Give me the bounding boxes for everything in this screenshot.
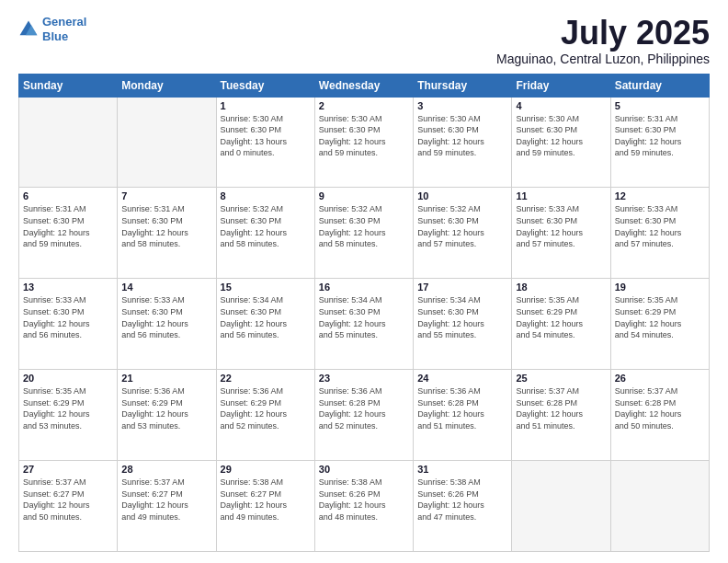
calendar-cell: 3Sunrise: 5:30 AM Sunset: 6:30 PM Daylig… <box>414 97 512 188</box>
day-info: Sunrise: 5:35 AM Sunset: 6:29 PM Dayligh… <box>516 294 606 340</box>
day-number: 11 <box>516 190 606 201</box>
day-info: Sunrise: 5:36 AM Sunset: 6:28 PM Dayligh… <box>319 385 409 431</box>
day-number: 31 <box>417 464 507 475</box>
day-number: 22 <box>221 373 311 384</box>
day-number: 13 <box>23 282 113 293</box>
day-info: Sunrise: 5:30 AM Sunset: 6:30 PM Dayligh… <box>516 113 606 159</box>
calendar-cell: 26Sunrise: 5:37 AM Sunset: 6:28 PM Dayli… <box>610 370 709 461</box>
day-number: 18 <box>516 282 606 293</box>
calendar-cell: 28Sunrise: 5:37 AM Sunset: 6:27 PM Dayli… <box>118 461 216 552</box>
calendar-header-sunday: Sunday <box>19 74 118 97</box>
calendar-table: SundayMondayTuesdayWednesdayThursdayFrid… <box>18 74 710 552</box>
calendar-cell <box>512 461 610 552</box>
calendar-header-friday: Friday <box>512 74 610 97</box>
page: General Blue July 2025 Maguinao, Central… <box>0 0 728 563</box>
calendar-header-wednesday: Wednesday <box>314 74 413 97</box>
calendar-cell <box>610 461 709 552</box>
day-info: Sunrise: 5:30 AM Sunset: 6:30 PM Dayligh… <box>221 113 311 159</box>
logo-line1: General <box>42 15 86 29</box>
day-info: Sunrise: 5:38 AM Sunset: 6:27 PM Dayligh… <box>221 477 311 523</box>
day-number: 9 <box>319 190 409 201</box>
calendar-cell: 8Sunrise: 5:32 AM Sunset: 6:30 PM Daylig… <box>216 188 314 279</box>
day-number: 20 <box>23 373 113 384</box>
day-number: 1 <box>221 100 311 111</box>
calendar-cell: 23Sunrise: 5:36 AM Sunset: 6:28 PM Dayli… <box>314 370 413 461</box>
logo-line2: Blue <box>42 29 68 43</box>
calendar-header-row: SundayMondayTuesdayWednesdayThursdayFrid… <box>19 74 710 97</box>
logo-text: General Blue <box>42 15 86 43</box>
day-number: 14 <box>121 282 211 293</box>
day-number: 3 <box>417 100 507 111</box>
calendar-cell: 18Sunrise: 5:35 AM Sunset: 6:29 PM Dayli… <box>512 279 610 370</box>
day-number: 5 <box>615 100 705 111</box>
day-info: Sunrise: 5:34 AM Sunset: 6:30 PM Dayligh… <box>417 294 507 340</box>
day-info: Sunrise: 5:33 AM Sunset: 6:30 PM Dayligh… <box>121 294 211 340</box>
day-number: 29 <box>221 464 311 475</box>
calendar-cell: 11Sunrise: 5:33 AM Sunset: 6:30 PM Dayli… <box>512 188 610 279</box>
day-number: 28 <box>121 464 211 475</box>
day-number: 6 <box>23 190 113 201</box>
day-info: Sunrise: 5:33 AM Sunset: 6:30 PM Dayligh… <box>516 203 606 249</box>
day-info: Sunrise: 5:38 AM Sunset: 6:26 PM Dayligh… <box>319 477 409 523</box>
day-number: 17 <box>417 282 507 293</box>
calendar-cell: 6Sunrise: 5:31 AM Sunset: 6:30 PM Daylig… <box>19 188 118 279</box>
day-info: Sunrise: 5:34 AM Sunset: 6:30 PM Dayligh… <box>221 294 311 340</box>
calendar-week-1: 1Sunrise: 5:30 AM Sunset: 6:30 PM Daylig… <box>19 97 710 188</box>
calendar-cell: 4Sunrise: 5:30 AM Sunset: 6:30 PM Daylig… <box>512 97 610 188</box>
day-number: 30 <box>319 464 409 475</box>
day-number: 19 <box>615 282 705 293</box>
day-number: 4 <box>516 100 606 111</box>
calendar-cell: 1Sunrise: 5:30 AM Sunset: 6:30 PM Daylig… <box>216 97 314 188</box>
calendar-cell: 12Sunrise: 5:33 AM Sunset: 6:30 PM Dayli… <box>610 188 709 279</box>
day-info: Sunrise: 5:36 AM Sunset: 6:29 PM Dayligh… <box>121 385 211 431</box>
day-info: Sunrise: 5:30 AM Sunset: 6:30 PM Dayligh… <box>417 113 507 159</box>
day-number: 23 <box>319 373 409 384</box>
calendar-cell: 15Sunrise: 5:34 AM Sunset: 6:30 PM Dayli… <box>216 279 314 370</box>
calendar-header-monday: Monday <box>118 74 216 97</box>
day-info: Sunrise: 5:35 AM Sunset: 6:29 PM Dayligh… <box>615 294 705 340</box>
day-info: Sunrise: 5:31 AM Sunset: 6:30 PM Dayligh… <box>23 203 113 249</box>
day-info: Sunrise: 5:33 AM Sunset: 6:30 PM Dayligh… <box>23 294 113 340</box>
day-number: 2 <box>319 100 409 111</box>
calendar-cell: 9Sunrise: 5:32 AM Sunset: 6:30 PM Daylig… <box>314 188 413 279</box>
calendar-cell: 21Sunrise: 5:36 AM Sunset: 6:29 PM Dayli… <box>118 370 216 461</box>
calendar-week-3: 13Sunrise: 5:33 AM Sunset: 6:30 PM Dayli… <box>19 279 710 370</box>
day-info: Sunrise: 5:36 AM Sunset: 6:29 PM Dayligh… <box>221 385 311 431</box>
calendar-cell: 13Sunrise: 5:33 AM Sunset: 6:30 PM Dayli… <box>19 279 118 370</box>
calendar-cell: 5Sunrise: 5:31 AM Sunset: 6:30 PM Daylig… <box>610 97 709 188</box>
day-number: 15 <box>221 282 311 293</box>
day-info: Sunrise: 5:37 AM Sunset: 6:28 PM Dayligh… <box>516 385 606 431</box>
day-number: 10 <box>417 190 507 201</box>
day-info: Sunrise: 5:32 AM Sunset: 6:30 PM Dayligh… <box>221 203 311 249</box>
day-number: 25 <box>516 373 606 384</box>
day-number: 26 <box>615 373 705 384</box>
calendar-header-thursday: Thursday <box>414 74 512 97</box>
main-title: July 2025 <box>496 15 710 52</box>
day-info: Sunrise: 5:31 AM Sunset: 6:30 PM Dayligh… <box>121 203 211 249</box>
calendar-header-saturday: Saturday <box>610 74 709 97</box>
calendar-cell: 14Sunrise: 5:33 AM Sunset: 6:30 PM Dayli… <box>118 279 216 370</box>
logo-icon <box>18 19 39 40</box>
day-number: 8 <box>221 190 311 201</box>
title-block: July 2025 Maguinao, Central Luzon, Phili… <box>496 15 710 66</box>
day-number: 16 <box>319 282 409 293</box>
day-info: Sunrise: 5:37 AM Sunset: 6:27 PM Dayligh… <box>23 477 113 523</box>
header: General Blue July 2025 Maguinao, Central… <box>18 15 710 66</box>
calendar-header-tuesday: Tuesday <box>216 74 314 97</box>
day-info: Sunrise: 5:37 AM Sunset: 6:27 PM Dayligh… <box>121 477 211 523</box>
day-info: Sunrise: 5:35 AM Sunset: 6:29 PM Dayligh… <box>23 385 113 431</box>
calendar-cell: 7Sunrise: 5:31 AM Sunset: 6:30 PM Daylig… <box>118 188 216 279</box>
calendar-cell: 19Sunrise: 5:35 AM Sunset: 6:29 PM Dayli… <box>610 279 709 370</box>
calendar-cell: 27Sunrise: 5:37 AM Sunset: 6:27 PM Dayli… <box>19 461 118 552</box>
calendar-week-4: 20Sunrise: 5:35 AM Sunset: 6:29 PM Dayli… <box>19 370 710 461</box>
calendar-cell <box>19 97 118 188</box>
calendar-cell: 22Sunrise: 5:36 AM Sunset: 6:29 PM Dayli… <box>216 370 314 461</box>
day-info: Sunrise: 5:36 AM Sunset: 6:28 PM Dayligh… <box>417 385 507 431</box>
calendar-week-5: 27Sunrise: 5:37 AM Sunset: 6:27 PM Dayli… <box>19 461 710 552</box>
day-number: 7 <box>121 190 211 201</box>
day-info: Sunrise: 5:37 AM Sunset: 6:28 PM Dayligh… <box>615 385 705 431</box>
day-info: Sunrise: 5:33 AM Sunset: 6:30 PM Dayligh… <box>615 203 705 249</box>
calendar-cell: 17Sunrise: 5:34 AM Sunset: 6:30 PM Dayli… <box>414 279 512 370</box>
subtitle: Maguinao, Central Luzon, Philippines <box>496 52 710 66</box>
calendar-week-2: 6Sunrise: 5:31 AM Sunset: 6:30 PM Daylig… <box>19 188 710 279</box>
